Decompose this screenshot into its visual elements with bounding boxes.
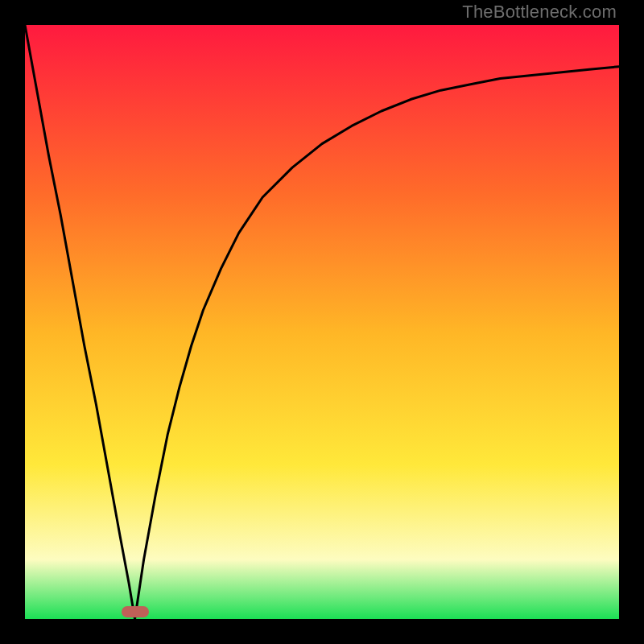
optimal-marker <box>122 606 149 617</box>
gradient-background <box>25 25 619 619</box>
watermark-text: TheBottleneck.com <box>462 2 617 23</box>
plot-svg <box>25 25 619 619</box>
plot-area <box>25 25 619 619</box>
chart-frame: TheBottleneck.com <box>0 0 644 644</box>
